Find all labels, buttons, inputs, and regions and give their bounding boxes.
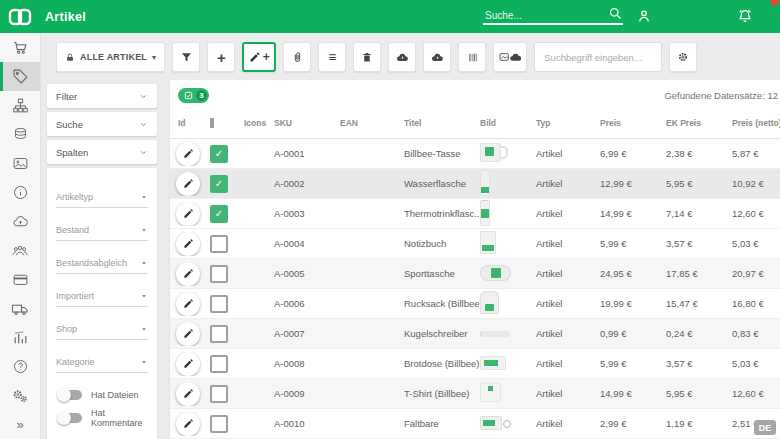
column-header-preis-netto[interactable]: Preis (netto) (732, 118, 780, 128)
row-checkbox[interactable] (210, 295, 228, 313)
link-articles-button[interactable] (283, 42, 311, 72)
edit-row-button[interactable] (176, 232, 200, 256)
column-header-id[interactable]: Id (170, 118, 210, 128)
filter-button[interactable] (172, 42, 200, 72)
filter-scope-dropdown-button[interactable]: ALLE ARTIKEL ▾ (56, 42, 165, 72)
user-account-icon[interactable] (636, 8, 652, 24)
sidebar-item-statistics[interactable] (0, 323, 40, 352)
has-files-toggle[interactable]: Hat Dateien (58, 390, 148, 400)
notifications-bell-icon[interactable] (737, 8, 753, 24)
stock-select[interactable]: Bestand (56, 225, 148, 241)
preis-netto-cell: 12,60 € (732, 388, 780, 399)
global-search-placeholder: Suche... (483, 10, 608, 21)
column-header-preis[interactable]: Preis (600, 118, 666, 128)
edit-row-button[interactable] (176, 292, 200, 316)
row-checkbox[interactable] (210, 415, 228, 433)
edit-row-button[interactable] (176, 202, 200, 226)
column-header-bild[interactable]: Bild (480, 118, 536, 128)
sidebar-item-images[interactable] (0, 149, 40, 178)
row-checkbox[interactable] (210, 145, 228, 163)
row-checkbox[interactable] (210, 325, 228, 343)
credit-card-icon (12, 271, 29, 288)
toggle-switch[interactable] (58, 390, 82, 400)
table-row[interactable]: A-0010 Faltbare Artikel 2,99 € 1,19 € 2,… (170, 409, 780, 439)
row-checkbox[interactable] (210, 175, 228, 193)
shop-select[interactable]: Shop (56, 324, 148, 340)
table-row[interactable]: A-0003 Thermotrinkflasc... Artikel 14,99… (170, 199, 780, 229)
edit-row-button[interactable] (176, 412, 200, 436)
sidebar-item-payments[interactable] (0, 265, 40, 294)
article-type-select[interactable]: Artikeltyp (56, 192, 148, 208)
sidebar-item-shipping[interactable] (0, 294, 40, 323)
column-header-titel[interactable]: Titel (404, 118, 480, 128)
selection-count-badge[interactable]: 3 (178, 88, 209, 103)
sidebar-item-cloud-import[interactable] (0, 207, 40, 236)
has-comments-toggle[interactable]: Hat Kommentare (58, 408, 148, 428)
global-search-input[interactable]: Suche... (483, 6, 623, 25)
sidebar-item-help[interactable] (0, 352, 40, 381)
stock-sync-select[interactable]: Bestandsabgleich (56, 258, 148, 274)
edit-row-button[interactable] (176, 142, 200, 166)
sidebar-item-customers[interactable] (0, 236, 40, 265)
table-row[interactable]: A-0001 Billbee-Tasse Artikel 6,99 € 2,38… (170, 139, 780, 169)
sku-cell: A-0009 (274, 388, 340, 399)
column-header-ek-preis[interactable]: EK Preis (666, 118, 732, 128)
sidebar-item-orders[interactable] (0, 33, 40, 62)
cloud-import-button[interactable] (388, 42, 416, 72)
edit-row-button[interactable] (176, 352, 200, 376)
table-row[interactable]: A-0002 Wasserflasche Artikel 12,99 € 5,9… (170, 169, 780, 199)
edit-row-button[interactable] (176, 262, 200, 286)
bild-cell (480, 231, 536, 256)
imported-select[interactable]: Importiert (56, 291, 148, 307)
filter-section-toggle[interactable]: Filter (47, 84, 157, 108)
column-header-sku[interactable]: SKU (274, 118, 340, 128)
table-row[interactable]: A-0006 Rucksack (Billbee) Artikel 19,99 … (170, 289, 780, 319)
search-section-toggle[interactable]: Suche (47, 112, 157, 136)
checkbox-cell (210, 355, 244, 373)
preis-cell: 5,99 € (600, 238, 666, 249)
list-options-button[interactable]: ≡ (318, 42, 346, 72)
table-row[interactable]: A-0008 Brotdose (Billbee) Artikel 5,99 €… (170, 349, 780, 379)
edit-row-button[interactable] (176, 322, 200, 346)
column-header-ean[interactable]: EAN (340, 118, 404, 128)
table-row[interactable]: A-0005 Sporttasche Artikel 24,95 € 17,85… (170, 259, 780, 289)
sidebar-item-settings[interactable] (0, 381, 40, 410)
sidebar-item-articles[interactable] (0, 62, 40, 91)
expand-icon: » (16, 417, 23, 432)
sidebar-expand-button[interactable]: » (0, 410, 40, 439)
toggle-switch[interactable] (58, 413, 82, 423)
row-checkbox[interactable] (210, 355, 228, 373)
article-search-input[interactable] (534, 42, 662, 72)
cloud-export-button[interactable] (423, 42, 451, 72)
row-checkbox[interactable] (210, 385, 228, 403)
row-checkbox[interactable] (210, 235, 228, 253)
sidebar-item-stock[interactable] (0, 120, 40, 149)
table-settings-button[interactable] (669, 42, 697, 72)
edit-row-button[interactable] (176, 382, 200, 406)
edit-row-button[interactable] (176, 172, 200, 196)
columns-section-toggle[interactable]: Spalten (47, 140, 157, 164)
sidebar-item-info[interactable] (0, 178, 40, 207)
add-article-button[interactable]: + (207, 42, 235, 72)
sku-cell: A-0002 (274, 178, 340, 189)
delete-button[interactable] (353, 42, 381, 72)
table-row[interactable]: A-0004 Notizbuch Artikel 5,99 € 3,57 € 5… (170, 229, 780, 259)
row-checkbox[interactable] (210, 265, 228, 283)
row-checkbox[interactable] (210, 205, 228, 223)
table-row[interactable]: A-0007 Kugelschreiber Artikel 0,99 € 0,2… (170, 319, 780, 349)
edit-create-button[interactable]: + (242, 42, 276, 72)
category-select[interactable]: Kategorie (56, 357, 148, 373)
checkbox-cell (210, 295, 244, 313)
language-badge[interactable]: DE (754, 420, 776, 435)
column-header-icons[interactable]: Icons (244, 118, 274, 128)
caret-down-icon (140, 193, 148, 201)
image-cloud-button[interactable] (493, 42, 527, 72)
caret-down-icon (140, 259, 148, 267)
table-row[interactable]: A-0009 T-Shirt (Billbee) Artikel 14,99 €… (170, 379, 780, 409)
sidebar-item-categories[interactable] (0, 91, 40, 120)
column-header-typ[interactable]: Typ (536, 118, 600, 128)
column-header-select (210, 118, 244, 128)
barcode-button[interactable] (458, 42, 486, 72)
search-icon[interactable] (608, 6, 623, 21)
select-all-checkbox[interactable] (210, 118, 214, 128)
